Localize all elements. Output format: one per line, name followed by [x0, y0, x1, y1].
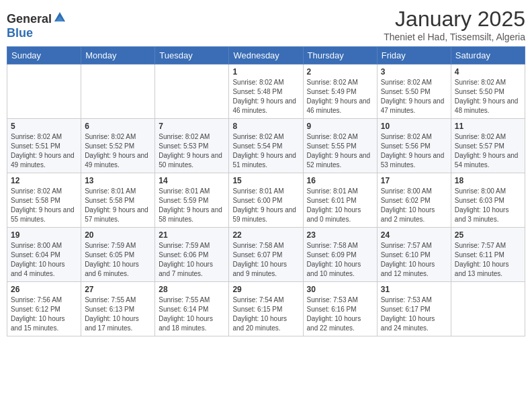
day-info: Sunrise: 7:55 AM Sunset: 6:13 PM Dayligh…: [85, 295, 151, 333]
day-number: 11: [455, 122, 521, 131]
day-number: 20: [85, 230, 151, 240]
calendar-cell: [7, 64, 81, 119]
calendar-cell: 17Sunrise: 8:00 AM Sunset: 6:02 PM Dayli…: [377, 173, 451, 228]
day-number: 10: [381, 122, 447, 131]
calendar-cell: 1Sunrise: 8:02 AM Sunset: 5:48 PM Daylig…: [229, 64, 303, 119]
calendar-header-row: SundayMondayTuesdayWednesdayThursdayFrid…: [7, 47, 525, 64]
calendar-cell: [451, 282, 525, 336]
day-info: Sunrise: 8:02 AM Sunset: 5:49 PM Dayligh…: [307, 78, 373, 116]
day-number: 26: [11, 285, 77, 294]
calendar-week-row: 1Sunrise: 8:02 AM Sunset: 5:48 PM Daylig…: [7, 64, 525, 119]
day-number: 30: [307, 285, 373, 294]
day-number: 7: [159, 122, 225, 131]
day-number: 1: [232, 67, 299, 77]
location-subtitle: Theniet el Had, Tissemsilt, Algeria: [384, 32, 525, 42]
calendar-cell: 6Sunrise: 8:02 AM Sunset: 5:52 PM Daylig…: [81, 119, 155, 173]
day-info: Sunrise: 8:01 AM Sunset: 6:00 PM Dayligh…: [232, 187, 299, 224]
day-info: Sunrise: 7:53 AM Sunset: 6:16 PM Dayligh…: [307, 295, 373, 333]
day-number: 12: [11, 176, 77, 185]
day-info: Sunrise: 8:02 AM Sunset: 5:50 PM Dayligh…: [381, 78, 447, 116]
calendar-cell: 22Sunrise: 7:58 AM Sunset: 6:07 PM Dayli…: [229, 228, 303, 282]
calendar-cell: 8Sunrise: 8:02 AM Sunset: 5:54 PM Daylig…: [229, 119, 303, 173]
day-info: Sunrise: 8:00 AM Sunset: 6:04 PM Dayligh…: [11, 241, 77, 279]
day-info: Sunrise: 7:59 AM Sunset: 6:05 PM Dayligh…: [85, 241, 151, 279]
day-of-week-header: Saturday: [451, 47, 525, 64]
calendar-cell: 29Sunrise: 7:54 AM Sunset: 6:15 PM Dayli…: [229, 282, 303, 336]
day-number: 27: [85, 285, 151, 294]
day-of-week-header: Tuesday: [155, 47, 229, 64]
day-number: 18: [455, 176, 521, 185]
calendar-cell: 15Sunrise: 8:01 AM Sunset: 6:00 PM Dayli…: [229, 173, 303, 228]
calendar-cell: 27Sunrise: 7:55 AM Sunset: 6:13 PM Dayli…: [81, 282, 155, 336]
day-number: 28: [159, 285, 225, 294]
month-title: January 2025: [384, 7, 525, 32]
day-info: Sunrise: 8:02 AM Sunset: 5:55 PM Dayligh…: [307, 132, 373, 170]
day-number: 22: [232, 230, 299, 240]
calendar-cell: 12Sunrise: 8:02 AM Sunset: 5:58 PM Dayli…: [7, 173, 81, 228]
day-of-week-header: Monday: [81, 47, 155, 64]
day-info: Sunrise: 7:57 AM Sunset: 6:11 PM Dayligh…: [455, 241, 521, 279]
day-number: 3: [381, 67, 447, 77]
day-number: 19: [11, 230, 77, 240]
day-of-week-header: Wednesday: [229, 47, 303, 64]
day-info: Sunrise: 7:55 AM Sunset: 6:14 PM Dayligh…: [159, 295, 225, 333]
day-number: 23: [307, 230, 373, 240]
calendar-cell: 13Sunrise: 8:01 AM Sunset: 5:58 PM Dayli…: [81, 173, 155, 228]
day-number: 2: [307, 67, 373, 77]
day-of-week-header: Thursday: [303, 47, 377, 64]
day-number: 15: [232, 176, 299, 185]
day-info: Sunrise: 7:58 AM Sunset: 6:07 PM Dayligh…: [232, 241, 299, 279]
calendar-cell: 30Sunrise: 7:53 AM Sunset: 6:16 PM Dayli…: [303, 282, 377, 336]
calendar-cell: [155, 64, 229, 119]
calendar-cell: 3Sunrise: 8:02 AM Sunset: 5:50 PM Daylig…: [377, 64, 451, 119]
day-number: 25: [455, 230, 521, 240]
calendar-cell: 11Sunrise: 8:02 AM Sunset: 5:57 PM Dayli…: [451, 119, 525, 173]
day-number: 31: [381, 285, 447, 294]
day-info: Sunrise: 8:02 AM Sunset: 5:56 PM Dayligh…: [381, 132, 447, 170]
calendar-cell: 2Sunrise: 8:02 AM Sunset: 5:49 PM Daylig…: [303, 64, 377, 119]
day-info: Sunrise: 8:01 AM Sunset: 5:59 PM Dayligh…: [159, 187, 225, 224]
calendar-cell: 9Sunrise: 8:02 AM Sunset: 5:55 PM Daylig…: [303, 119, 377, 173]
day-of-week-header: Sunday: [7, 47, 81, 64]
calendar-cell: 16Sunrise: 8:01 AM Sunset: 6:01 PM Dayli…: [303, 173, 377, 228]
calendar-cell: 18Sunrise: 8:00 AM Sunset: 6:03 PM Dayli…: [451, 173, 525, 228]
calendar-cell: 7Sunrise: 8:02 AM Sunset: 5:53 PM Daylig…: [155, 119, 229, 173]
calendar-cell: 19Sunrise: 8:00 AM Sunset: 6:04 PM Dayli…: [7, 228, 81, 282]
calendar-cell: 23Sunrise: 7:58 AM Sunset: 6:09 PM Dayli…: [303, 228, 377, 282]
day-number: 4: [455, 67, 521, 77]
page-header: General Blue January 2025 Theniet el Had…: [7, 7, 525, 42]
day-info: Sunrise: 7:58 AM Sunset: 6:09 PM Dayligh…: [307, 241, 373, 279]
day-info: Sunrise: 8:02 AM Sunset: 5:52 PM Dayligh…: [85, 132, 151, 170]
logo-general-text: General: [7, 12, 52, 26]
logo-icon: [53, 9, 66, 23]
day-info: Sunrise: 8:02 AM Sunset: 5:51 PM Dayligh…: [11, 132, 77, 170]
logo: General Blue: [7, 7, 66, 40]
day-info: Sunrise: 8:01 AM Sunset: 6:01 PM Dayligh…: [307, 187, 373, 224]
calendar-week-row: 26Sunrise: 7:56 AM Sunset: 6:12 PM Dayli…: [7, 282, 525, 336]
calendar-cell: 4Sunrise: 8:02 AM Sunset: 5:50 PM Daylig…: [451, 64, 525, 119]
day-number: 29: [232, 285, 299, 294]
calendar-cell: 14Sunrise: 8:01 AM Sunset: 5:59 PM Dayli…: [155, 173, 229, 228]
calendar-cell: 24Sunrise: 7:57 AM Sunset: 6:10 PM Dayli…: [377, 228, 451, 282]
day-info: Sunrise: 8:01 AM Sunset: 5:58 PM Dayligh…: [85, 187, 151, 224]
day-info: Sunrise: 8:02 AM Sunset: 5:57 PM Dayligh…: [455, 132, 521, 170]
day-number: 17: [381, 176, 447, 185]
calendar-cell: 5Sunrise: 8:02 AM Sunset: 5:51 PM Daylig…: [7, 119, 81, 173]
day-info: Sunrise: 8:02 AM Sunset: 5:48 PM Dayligh…: [232, 78, 299, 116]
day-info: Sunrise: 8:02 AM Sunset: 5:50 PM Dayligh…: [455, 78, 521, 116]
calendar-week-row: 12Sunrise: 8:02 AM Sunset: 5:58 PM Dayli…: [7, 173, 525, 228]
day-info: Sunrise: 7:57 AM Sunset: 6:10 PM Dayligh…: [381, 241, 447, 279]
day-number: 21: [159, 230, 225, 240]
day-number: 5: [11, 122, 77, 131]
day-number: 14: [159, 176, 225, 185]
calendar-cell: 25Sunrise: 7:57 AM Sunset: 6:11 PM Dayli…: [451, 228, 525, 282]
day-info: Sunrise: 8:02 AM Sunset: 5:58 PM Dayligh…: [11, 187, 77, 224]
calendar-cell: [81, 64, 155, 119]
calendar-cell: 20Sunrise: 7:59 AM Sunset: 6:05 PM Dayli…: [81, 228, 155, 282]
calendar-cell: 28Sunrise: 7:55 AM Sunset: 6:14 PM Dayli…: [155, 282, 229, 336]
day-info: Sunrise: 8:00 AM Sunset: 6:03 PM Dayligh…: [455, 187, 521, 224]
day-info: Sunrise: 7:56 AM Sunset: 6:12 PM Dayligh…: [11, 295, 77, 333]
day-info: Sunrise: 7:54 AM Sunset: 6:15 PM Dayligh…: [232, 295, 299, 333]
day-info: Sunrise: 7:59 AM Sunset: 6:06 PM Dayligh…: [159, 241, 225, 279]
day-number: 13: [85, 176, 151, 185]
